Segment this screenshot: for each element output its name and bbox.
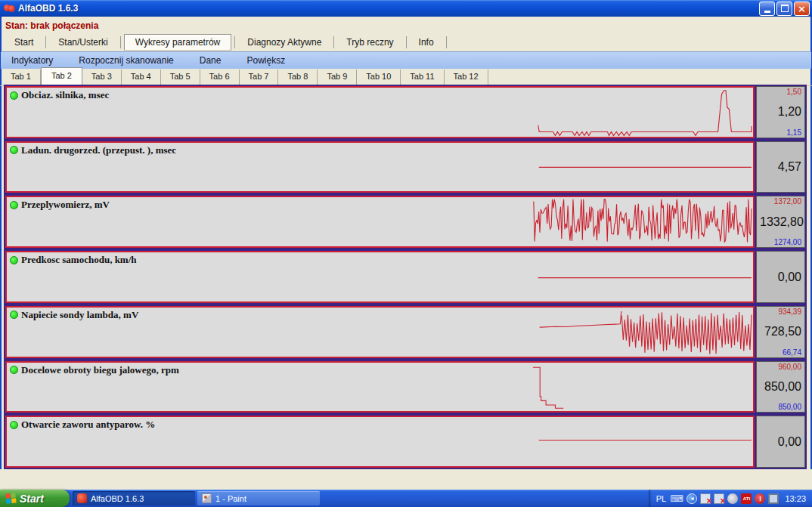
- nav-tab-stan-usterki[interactable]: Stan/Usterki: [49, 35, 116, 50]
- chart-panel-obciaz-silnika-msec: Obciaz. silnika, msec 1,50 1,20 1,15: [4, 85, 807, 140]
- chart-area[interactable]: Docelowe obroty biegu jalowego, rpm: [4, 360, 756, 415]
- task-button-alfaobd-1-6-3[interactable]: AlfaOBD 1.6.3: [73, 491, 195, 505]
- min-value: [760, 458, 801, 466]
- network-status-icon-2[interactable]: [714, 493, 724, 504]
- parameter-label: Ladun. drugorzed. (przepust. ), msec: [21, 144, 176, 156]
- parameter-label: Predkosc samochodu, km/h: [21, 254, 137, 266]
- main-nav: StartStan/UsterkiWykresy parametrówDiagn…: [0, 33, 812, 51]
- parameter-label: Obciaz. silnika, msec: [21, 89, 109, 101]
- panel-header: Przeplywomierz, mV: [10, 199, 110, 211]
- nav-separator: [333, 36, 334, 48]
- min-value: [760, 183, 801, 191]
- tab-tab-1[interactable]: Tab 1: [2, 70, 41, 85]
- min-value: 850,00: [760, 403, 801, 411]
- volume-icon[interactable]: [727, 493, 738, 504]
- chart-panel-ladun-drugorzed-przepust-msec: Ladun. drugorzed. (przepust. ), msec 4,5…: [4, 140, 807, 195]
- status-indicator-icon: [10, 421, 18, 429]
- title-bar[interactable]: AlfaOBD 1.6.3 ×: [0, 0, 812, 17]
- chart-area[interactable]: Ladun. drugorzed. (przepust. ), msec: [4, 140, 756, 195]
- start-label: Start: [20, 493, 44, 505]
- security-tray-icon[interactable]: !: [755, 493, 765, 504]
- menu-item-powi-ksz[interactable]: Powiększ: [246, 55, 285, 66]
- tab-tab-10[interactable]: Tab 10: [357, 70, 401, 85]
- language-indicator[interactable]: PL: [656, 494, 666, 503]
- tab-tab-7[interactable]: Tab 7: [240, 70, 279, 85]
- menu-item-rozpocznij-skanowanie[interactable]: Rozpocznij skanowanie: [79, 55, 173, 66]
- tab-tab-4[interactable]: Tab 4: [122, 70, 161, 85]
- chart-panel-napiecie-sondy-lambda-mv: Napiecie sondy lambda, mV 934,39 728,50 …: [4, 305, 807, 360]
- network-status-icon[interactable]: [700, 493, 711, 504]
- current-value: 1332,80: [760, 215, 801, 229]
- panel-header: Napiecie sondy lambda, mV: [10, 309, 138, 321]
- window-title: AlfaOBD 1.6.3: [18, 3, 758, 14]
- status-indicator-icon: [10, 91, 18, 100]
- ati-tray-icon[interactable]: ATI: [741, 493, 752, 504]
- nav-tab-tryb-reczny[interactable]: Tryb reczny: [337, 35, 402, 50]
- nav-tab-info[interactable]: Info: [410, 35, 443, 50]
- menu-item-dane[interactable]: Dane: [200, 55, 222, 66]
- nav-separator: [45, 36, 46, 48]
- tab-tab-3[interactable]: Tab 3: [82, 70, 122, 85]
- chart-area[interactable]: Przeplywomierz, mV: [4, 194, 756, 249]
- nav-tab-wykresy-parametr-w[interactable]: Wykresy parametrów: [124, 34, 232, 51]
- task-buttons: AlfaOBD 1.6.31 - Paint: [73, 490, 320, 507]
- value-box: 1372,00 1332,80 1274,00: [756, 194, 807, 249]
- display-settings-icon[interactable]: [768, 493, 779, 504]
- status-line: Stan: brak połączenia: [0, 17, 812, 33]
- window-footer: [0, 469, 812, 490]
- tab-tab-12[interactable]: Tab 12: [445, 70, 488, 85]
- tab-tab-6[interactable]: Tab 6: [200, 70, 240, 85]
- chart-panel-docelowe-obroty-biegu-jalowego-rpm: Docelowe obroty biegu jalowego, rpm 960,…: [4, 360, 807, 415]
- hide-icons-chevron[interactable]: ◂: [686, 493, 697, 504]
- nav-separator: [120, 36, 121, 48]
- parameter-label: Napiecie sondy lambda, mV: [21, 309, 138, 321]
- max-value: 960,00: [760, 363, 801, 371]
- menu-item-indykatory[interactable]: Indykatory: [11, 55, 53, 66]
- min-value: [760, 293, 801, 301]
- tab-tab-9[interactable]: Tab 9: [318, 70, 357, 85]
- minimize-button[interactable]: [759, 2, 775, 16]
- start-button[interactable]: Start: [0, 490, 70, 507]
- connection-status: Stan: brak połączenia: [5, 20, 98, 31]
- paint-icon: [202, 493, 212, 503]
- task-label: AlfaOBD 1.6.3: [91, 494, 144, 503]
- close-button[interactable]: ×: [794, 2, 810, 16]
- value-box: 0,00: [756, 249, 807, 305]
- task-button-1-paint[interactable]: 1 - Paint: [197, 491, 320, 505]
- nav-separator: [406, 36, 407, 48]
- min-value: 1,15: [760, 128, 801, 137]
- nav-tab-start[interactable]: Start: [5, 35, 42, 50]
- current-value: 1,20: [760, 105, 801, 119]
- chart-panel-otwarcie-zaworu-antyparow: Otwarcie zaworu antyparow. % 0,00: [4, 414, 807, 469]
- restore-button[interactable]: [776, 2, 792, 16]
- current-value: 0,00: [760, 271, 801, 284]
- tab-tab-11[interactable]: Tab 11: [401, 70, 444, 85]
- max-value: 934,39: [760, 308, 801, 316]
- tab-tab-2[interactable]: Tab 2: [41, 67, 82, 85]
- task-label: 1 - Paint: [215, 494, 246, 503]
- system-tray: PL ⌨ ◂ATI! 13:23: [649, 490, 812, 507]
- panel-header: Obciaz. silnika, msec: [10, 89, 109, 101]
- nav-separator: [446, 36, 447, 48]
- min-value: 66,74: [760, 348, 801, 357]
- tab-tab-8[interactable]: Tab 8: [278, 70, 318, 85]
- chart-area[interactable]: Otwarcie zaworu antyparow. %: [4, 414, 756, 469]
- value-box: 4,57: [756, 140, 807, 195]
- status-indicator-icon: [10, 366, 18, 374]
- keyboard-icon[interactable]: ⌨: [670, 493, 683, 504]
- parameter-graphs: Obciaz. silnika, msec 1,50 1,20 1,15 Lad…: [4, 85, 807, 469]
- chart-area[interactable]: Obciaz. silnika, msec: [4, 85, 756, 140]
- app-icon: [4, 3, 15, 14]
- chart-area[interactable]: Napiecie sondy lambda, mV: [4, 305, 756, 360]
- chart-area[interactable]: Predkosc samochodu, km/h: [4, 249, 756, 305]
- chart-panel-przeplywomierz-mv: Przeplywomierz, mV 1372,00 1332,80 1274,…: [4, 194, 807, 249]
- taskbar: Start AlfaOBD 1.6.31 - Paint PL ⌨ ◂ATI! …: [0, 490, 812, 507]
- value-box: 960,00 850,00 850,00: [756, 360, 807, 415]
- tab-tab-5[interactable]: Tab 5: [161, 70, 200, 85]
- parameter-label: Otwarcie zaworu antyparow. %: [21, 419, 155, 431]
- signal-trace: [7, 88, 753, 137]
- nav-tab-diagnozy-aktywne[interactable]: Diagnozy Aktywne: [238, 35, 330, 50]
- panel-header: Docelowe obroty biegu jalowego, rpm: [10, 364, 179, 376]
- taskbar-clock[interactable]: 13:23: [785, 494, 806, 503]
- current-value: 850,00: [760, 380, 801, 394]
